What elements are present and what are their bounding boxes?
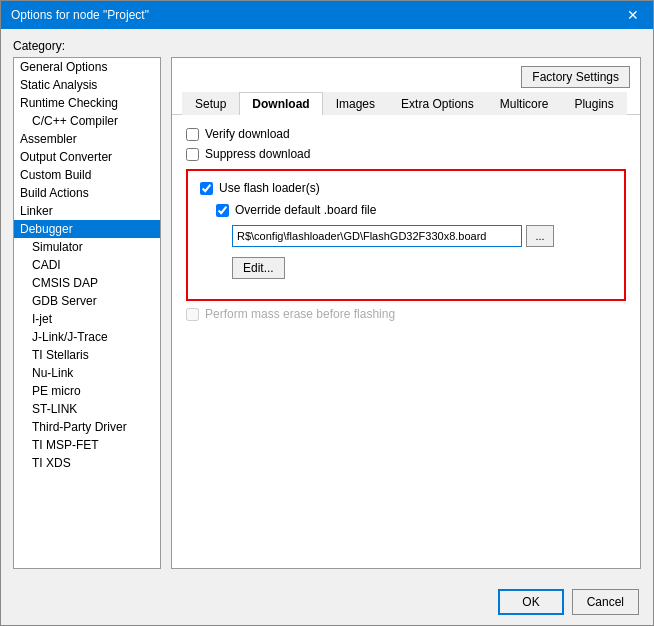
sidebar-item-cadi[interactable]: CADI [14, 256, 160, 274]
sidebar-item-j-link-j-trace[interactable]: J-Link/J-Trace [14, 328, 160, 346]
tab-multicore[interactable]: Multicore [487, 92, 562, 115]
edit-btn-row: Edit... [232, 257, 612, 279]
tab-download[interactable]: Download [239, 92, 322, 115]
sidebar-item-linker[interactable]: Linker [14, 202, 160, 220]
main-dialog: Options for node "Project" ✕ Category: G… [0, 0, 654, 626]
verify-download-label: Verify download [205, 127, 290, 141]
override-board-file-label: Override default .board file [235, 203, 376, 217]
sidebar-item-nu-link[interactable]: Nu-Link [14, 364, 160, 382]
sidebar-item-custom-build[interactable]: Custom Build [14, 166, 160, 184]
tab-content: Verify download Suppress download Use fl… [172, 115, 640, 568]
factory-settings-button[interactable]: Factory Settings [521, 66, 630, 88]
title-bar: Options for node "Project" ✕ [1, 1, 653, 29]
dialog-body: Category: General OptionsStatic Analysis… [1, 29, 653, 579]
edit-button[interactable]: Edit... [232, 257, 285, 279]
content-area: General OptionsStatic AnalysisRuntime Ch… [13, 57, 641, 569]
sidebar-item-general-options[interactable]: General Options [14, 58, 160, 76]
browse-button[interactable]: ... [526, 225, 554, 247]
ok-button[interactable]: OK [498, 589, 563, 615]
factory-btn-row: Factory Settings [172, 58, 640, 92]
sidebar-item-static-analysis[interactable]: Static Analysis [14, 76, 160, 94]
flash-loader-box: Use flash loader(s) Override default .bo… [186, 169, 626, 301]
main-panel: Factory Settings SetupDownloadImagesExtr… [171, 57, 641, 569]
suppress-download-row: Suppress download [186, 147, 626, 161]
sidebar-item-runtime-checking[interactable]: Runtime Checking [14, 94, 160, 112]
sidebar: General OptionsStatic AnalysisRuntime Ch… [13, 57, 161, 569]
filepath-row: ... [232, 225, 612, 247]
sidebar-item-simulator[interactable]: Simulator [14, 238, 160, 256]
verify-download-checkbox[interactable] [186, 128, 199, 141]
use-flash-loader-label: Use flash loader(s) [219, 181, 320, 195]
sidebar-item-assembler[interactable]: Assembler [14, 130, 160, 148]
use-flash-loader-row: Use flash loader(s) [200, 181, 612, 195]
tab-extra-options[interactable]: Extra Options [388, 92, 487, 115]
use-flash-loader-checkbox[interactable] [200, 182, 213, 195]
sidebar-item-cmsis-dap[interactable]: CMSIS DAP [14, 274, 160, 292]
suppress-download-label: Suppress download [205, 147, 310, 161]
mass-erase-row: Perform mass erase before flashing [186, 307, 626, 321]
tab-setup[interactable]: Setup [182, 92, 239, 115]
dialog-footer: OK Cancel [1, 579, 653, 625]
sidebar-item-debugger[interactable]: Debugger [14, 220, 160, 238]
sidebar-item-third-party-driver[interactable]: Third-Party Driver [14, 418, 160, 436]
sidebar-item-ti-stellaris[interactable]: TI Stellaris [14, 346, 160, 364]
sidebar-item-ti-xds[interactable]: TI XDS [14, 454, 160, 472]
mass-erase-label: Perform mass erase before flashing [205, 307, 395, 321]
sidebar-item-pe-micro[interactable]: PE micro [14, 382, 160, 400]
dialog-title: Options for node "Project" [11, 8, 149, 22]
close-button[interactable]: ✕ [623, 7, 643, 23]
sidebar-item-c-c-compiler[interactable]: C/C++ Compiler [14, 112, 160, 130]
mass-erase-checkbox[interactable] [186, 308, 199, 321]
verify-download-row: Verify download [186, 127, 626, 141]
tabs-row: SetupDownloadImagesExtra OptionsMulticor… [172, 92, 640, 115]
sidebar-item-ti-msp-fet[interactable]: TI MSP-FET [14, 436, 160, 454]
category-label: Category: [13, 39, 641, 53]
sidebar-item-i-jet[interactable]: I-jet [14, 310, 160, 328]
tab-plugins[interactable]: Plugins [561, 92, 626, 115]
override-board-file-checkbox[interactable] [216, 204, 229, 217]
sidebar-item-output-converter[interactable]: Output Converter [14, 148, 160, 166]
tab-images[interactable]: Images [323, 92, 388, 115]
filepath-input[interactable] [232, 225, 522, 247]
override-board-file-row: Override default .board file [216, 203, 612, 217]
sidebar-item-build-actions[interactable]: Build Actions [14, 184, 160, 202]
suppress-download-checkbox[interactable] [186, 148, 199, 161]
sidebar-item-st-link[interactable]: ST-LINK [14, 400, 160, 418]
cancel-button[interactable]: Cancel [572, 589, 639, 615]
sidebar-item-gdb-server[interactable]: GDB Server [14, 292, 160, 310]
